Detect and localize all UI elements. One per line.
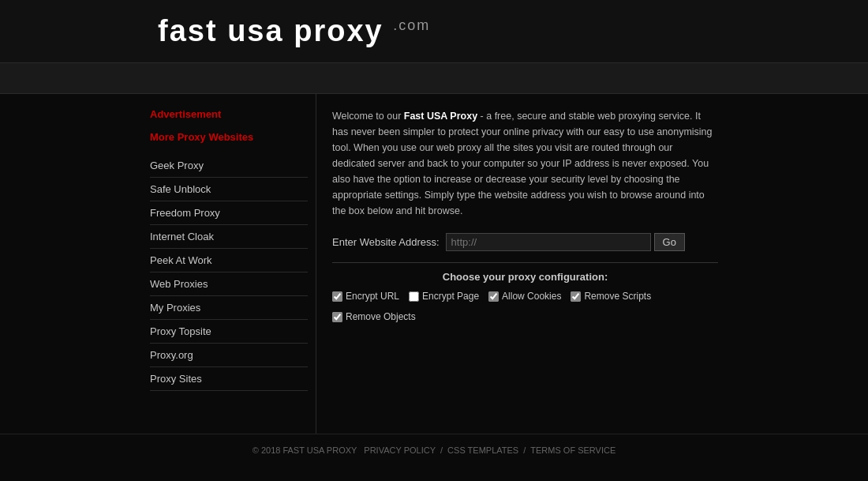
checkbox-input[interactable]	[409, 291, 419, 302]
main-layout: Advertisement More Proxy Websites Geek P…	[0, 94, 868, 434]
list-item: Geek Proxy	[150, 154, 308, 178]
list-item: Proxy Sites	[150, 367, 308, 391]
url-label: Enter Website Address:	[332, 236, 440, 248]
checkboxes-row: Encrypt URLEncrypt PageAllow CookiesRemo…	[332, 291, 718, 322]
checkbox-label: Remove Objects	[346, 311, 416, 322]
checkbox-item[interactable]: Remove Objects	[332, 311, 416, 322]
list-item: Internet Cloak	[150, 225, 308, 249]
ad-bar	[0, 62, 868, 94]
sidebar-link[interactable]: Geek Proxy	[150, 160, 204, 171]
list-item: Freedom Proxy	[150, 201, 308, 225]
sidebar-link[interactable]: Peek At Work	[150, 254, 212, 266]
site-logo: fast usa proxy .com	[158, 14, 868, 48]
checkbox-label: Encrypt Page	[422, 291, 479, 302]
welcome-text: Welcome to our Fast USA Proxy - a free, …	[332, 108, 718, 219]
divider	[332, 262, 718, 263]
sidebar-link[interactable]: My Proxies	[150, 302, 200, 314]
checkbox-label: Allow Cookies	[502, 291, 561, 302]
sidebar-link[interactable]: Internet Cloak	[150, 231, 214, 242]
logo-fast: fast	[158, 14, 218, 47]
checkbox-input[interactable]	[488, 291, 499, 302]
go-button[interactable]: Go	[654, 233, 685, 251]
checkbox-item[interactable]: Encrypt Page	[409, 291, 479, 302]
footer-text: © 2018 FAST USA PROXY PRIVACY POLICY / C…	[253, 445, 616, 455]
footer-css-link[interactable]: CSS TEMPLATES	[447, 445, 518, 455]
sidebar-link[interactable]: Freedom Proxy	[150, 207, 220, 219]
list-item: Proxy.org	[150, 344, 308, 367]
url-row: Enter Website Address: Go	[332, 233, 718, 251]
footer: © 2018 FAST USA PROXY PRIVACY POLICY / C…	[0, 434, 868, 466]
logo-proxy: proxy	[294, 14, 383, 47]
checkbox-input[interactable]	[332, 291, 342, 302]
checkbox-label: Encrypt URL	[346, 291, 399, 302]
sidebar-links: Geek ProxySafe UnblockFreedom ProxyInter…	[150, 154, 308, 391]
checkbox-item[interactable]: Remove Scripts	[571, 291, 651, 302]
list-item: Peek At Work	[150, 249, 308, 272]
list-item: Safe Unblock	[150, 178, 308, 201]
checkbox-input[interactable]	[332, 312, 342, 322]
checkbox-item[interactable]: Encrypt URL	[332, 291, 399, 302]
footer-privacy-link[interactable]: PRIVACY POLICY	[364, 445, 435, 455]
site-header: fast usa proxy .com	[0, 0, 868, 62]
checkbox-label: Remove Scripts	[584, 291, 651, 302]
sidebar-link[interactable]: Proxy.org	[150, 349, 193, 361]
sidebar-link[interactable]: Safe Unblock	[150, 183, 211, 195]
sidebar-link[interactable]: Web Proxies	[150, 278, 208, 290]
ad-label: Advertisement	[150, 108, 308, 120]
checkbox-input[interactable]	[571, 291, 581, 302]
list-item: Web Proxies	[150, 272, 308, 296]
checkbox-item[interactable]: Allow Cookies	[488, 291, 561, 302]
footer-terms-link[interactable]: TERMS OF SERVICE	[530, 445, 615, 455]
sidebar-link[interactable]: Proxy Topsite	[150, 325, 211, 337]
sidebar-section-title: More Proxy Websites	[150, 131, 308, 143]
sidebar-link[interactable]: Proxy Sites	[150, 373, 202, 385]
sidebar: Advertisement More Proxy Websites Geek P…	[150, 94, 316, 434]
proxy-config-title: Choose your proxy configuration:	[332, 271, 718, 283]
list-item: Proxy Topsite	[150, 320, 308, 344]
content-area: Welcome to our Fast USA Proxy - a free, …	[316, 94, 718, 434]
list-item: My Proxies	[150, 296, 308, 320]
url-input[interactable]	[446, 233, 651, 251]
logo-com: .com	[393, 17, 430, 33]
logo-usa: usa	[227, 14, 283, 47]
